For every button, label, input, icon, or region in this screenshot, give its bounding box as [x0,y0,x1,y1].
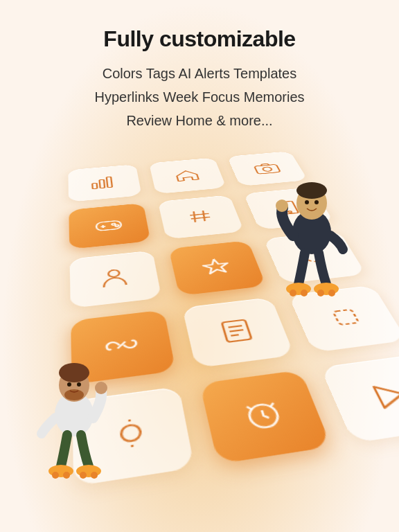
icon-scene [0,139,399,532]
svg-point-41 [77,382,81,387]
svg-line-17 [229,330,243,331]
icon-alarm [200,370,332,464]
svg-line-18 [230,335,238,335]
svg-point-47 [80,472,87,479]
svg-line-10 [190,213,209,215]
icon-person [70,251,162,309]
icon-gamepad [69,203,150,249]
icon-star [168,240,266,296]
page-title: Fully customizable [103,26,295,52]
svg-rect-2 [106,177,112,188]
subtitle-line1: Colors Tags AI Alerts Templates [94,62,304,85]
svg-point-6 [112,223,115,225]
svg-point-13 [107,269,119,277]
character-left [21,345,128,518]
svg-point-42 [95,382,107,394]
svg-point-31 [290,290,296,296]
svg-point-45 [63,472,70,479]
svg-rect-0 [92,183,97,188]
icon-home [149,158,227,195]
svg-line-16 [228,326,242,327]
svg-point-27 [305,200,309,204]
svg-point-35 [328,290,335,296]
svg-point-44 [52,472,59,479]
svg-point-26 [296,182,327,199]
subtitle-text: Colors Tags AI Alerts Templates Hyperlin… [94,62,304,132]
svg-rect-5 [96,220,121,231]
svg-line-8 [192,211,197,222]
subtitle-line2: Hyperlinks Week Focus Memories [94,85,304,109]
subtitle-line3: Review Home & more... [94,109,304,132]
svg-point-34 [317,290,324,296]
icon-hashtag [158,195,245,239]
icon-play [320,354,399,443]
main-content: Fully customizable Colors Tags AI Alerts… [0,0,399,132]
svg-line-9 [201,211,206,221]
svg-point-29 [276,200,288,212]
svg-point-40 [67,382,71,387]
character-right [258,163,366,336]
svg-point-28 [314,200,319,204]
svg-point-39 [64,389,84,400]
icon-chart [68,164,141,202]
svg-point-7 [115,224,118,227]
svg-rect-1 [99,179,105,188]
svg-point-48 [91,472,98,479]
svg-point-38 [59,363,89,382]
svg-point-32 [301,290,308,296]
